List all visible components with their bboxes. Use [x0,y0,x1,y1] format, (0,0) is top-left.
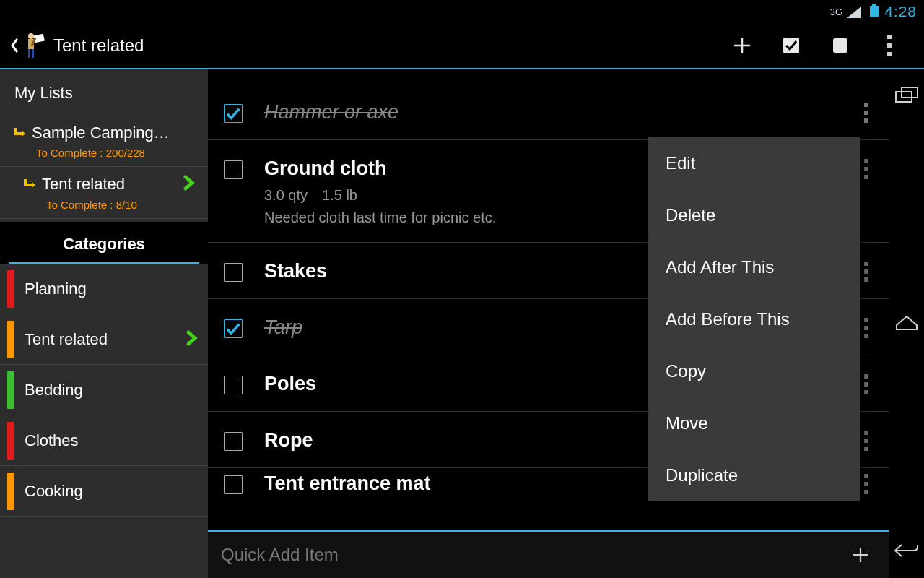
category-color-stripe [7,371,14,409]
category-tent-related[interactable]: Tent related [0,314,208,365]
up-button[interactable] [10,30,53,61]
list-entry-progress: To Complete : 200/228 [36,147,198,159]
action-bar: Tent related [0,23,924,69]
category-label: Planning [25,280,201,298]
menu-item-duplicate[interactable]: Duplicate [648,449,860,501]
battery-icon [870,3,879,20]
menu-item-delete[interactable]: Delete [648,189,860,241]
item-title: Hammer or axe [264,101,849,124]
check-all-button[interactable] [767,22,816,69]
list-entry-tent-related[interactable]: Tent related To Complete : 8/10 [0,167,208,219]
drag-handle-icon[interactable] [859,103,873,123]
drag-handle-icon[interactable] [859,431,873,451]
status-bar: 3G 4:28 [0,0,924,23]
item-checkbox[interactable] [224,319,243,338]
menu-item-move[interactable]: Move [648,397,860,449]
drag-handle-icon[interactable] [859,159,873,179]
drag-handle-icon[interactable] [859,474,873,494]
main-panel: Hammer or axe Ground cloth 3.0 qty 1.5 l… [208,69,889,578]
item-checkbox[interactable] [224,432,243,451]
chevron-right-icon [182,174,198,194]
page-title: Tent related [53,35,144,56]
add-item-button[interactable] [718,22,767,69]
item-checkbox[interactable] [224,160,243,179]
uncheck-all-button[interactable] [816,22,865,69]
menu-item-add-before-this[interactable]: Add Before This [648,293,860,345]
signal-icon [847,3,861,20]
svg-point-4 [28,33,34,39]
svg-rect-2 [870,6,879,17]
svg-rect-9 [783,38,799,53]
category-cooking[interactable]: Cooking [0,466,208,517]
context-menu: EditDeleteAdd After ThisAdd Before ThisC… [648,137,860,501]
list-entry-label: Sample Camping… [32,124,198,142]
list-arrow-icon [20,178,40,191]
category-label: Bedding [25,381,201,400]
overflow-icon [887,35,892,56]
svg-marker-0 [847,7,861,18]
drag-handle-icon[interactable] [859,262,873,282]
list-item[interactable]: Hammer or axe [208,69,889,140]
svg-rect-6 [28,49,30,58]
chevron-right-icon [185,329,201,350]
category-bedding[interactable]: Bedding [0,365,208,415]
category-label: Cooking [25,482,201,501]
list-arrow-icon [10,126,30,139]
menu-item-copy[interactable]: Copy [648,345,860,397]
back-button[interactable] [891,535,923,566]
category-color-stripe [7,422,14,460]
quick-add-bar [208,530,889,578]
clock: 4:28 [884,3,917,20]
network-type: 3G [830,7,842,17]
list-entry-label: Tent related [42,175,182,194]
recent-apps-button[interactable] [891,79,923,111]
drag-handle-icon[interactable] [859,318,873,338]
category-color-stripe [7,473,14,510]
menu-item-add-after-this[interactable]: Add After This [648,241,860,293]
drag-handle-icon[interactable] [859,374,873,394]
category-clothes[interactable]: Clothes [0,415,208,466]
categories-header: Categories [0,222,208,264]
item-checkbox[interactable] [224,376,243,394]
category-label: Clothes [25,431,201,450]
overflow-menu-button[interactable] [865,22,914,69]
menu-item-edit[interactable]: Edit [648,137,860,189]
item-checkbox[interactable] [224,263,243,282]
system-nav-bar [889,69,924,578]
item-checkbox[interactable] [224,104,243,123]
svg-rect-7 [32,49,34,58]
svg-rect-10 [833,38,847,53]
my-lists-header: My Lists [0,69,208,116]
sidebar: My Lists Sample Camping… To Complete : 2… [0,69,208,578]
category-planning[interactable]: Planning [0,264,208,314]
home-button[interactable] [891,307,923,339]
list-entry-sample-camping[interactable]: Sample Camping… To Complete : 200/228 [0,116,208,167]
item-checkbox[interactable] [224,475,243,494]
category-color-stripe [7,321,14,358]
svg-rect-1 [872,4,876,6]
list-entry-progress: To Complete : 8/10 [46,199,198,211]
category-label: Tent related [25,330,185,349]
category-color-stripe [7,270,14,308]
quick-add-button[interactable] [845,539,876,571]
quick-add-input[interactable] [221,545,845,565]
app-logo-icon [22,30,48,61]
